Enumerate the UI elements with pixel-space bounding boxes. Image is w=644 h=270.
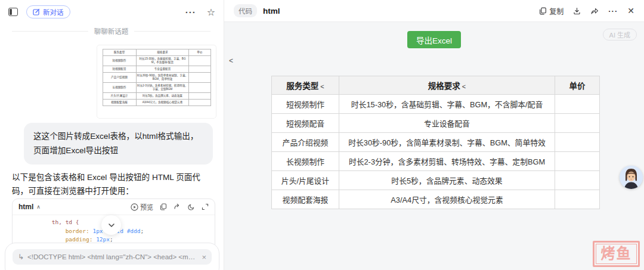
- seal-text: 烤鱼: [601, 246, 632, 261]
- table-header-row: 服务类型<规格要求<单价: [272, 76, 600, 95]
- preview-label: 预览: [140, 202, 153, 212]
- export-excel-button[interactable]: 导出Excel: [407, 31, 461, 48]
- table-cell: 产品介绍视频: [272, 133, 339, 152]
- code-block-header: html ∧ 预览: [13, 199, 215, 215]
- edit-icon: [33, 8, 40, 15]
- artifact-title: html: [263, 7, 280, 15]
- more-options-icon[interactable]: ···: [608, 7, 618, 15]
- copy-code-button[interactable]: [160, 203, 167, 210]
- share-button[interactable]: [590, 7, 599, 15]
- sort-indicator-icon[interactable]: <: [462, 83, 466, 90]
- column-header[interactable]: 规格要求<: [339, 76, 555, 95]
- table-row: 片头/片尾设计时长5秒，含品牌元素、动态效果: [272, 171, 600, 190]
- user-message-bubble: 这这个图片转成Excel表格，以html格式输出，页面增加Excel导出按钮: [24, 123, 213, 165]
- thumbnail-table-row: 短视频制作时长15-30秒，含基础剪辑、字幕、BGM，不含脚本/配音: [103, 56, 210, 66]
- chat-panel: 新对话 ··· ☆ 聊聊新话题 服务类型规格要求单价 短视频制作时长15-30秒…: [0, 0, 224, 270]
- table-cell: [555, 95, 600, 114]
- collapse-code-icon[interactable]: ∧: [36, 204, 41, 210]
- favorite-star-icon[interactable]: ☆: [207, 7, 215, 18]
- app-window: 新对话 ··· ☆ 聊聊新话题 服务类型规格要求单价 短视频制作时长15-30秒…: [0, 0, 644, 270]
- column-header[interactable]: 单价: [555, 76, 600, 95]
- more-menu-icon[interactable]: ···: [185, 7, 196, 17]
- table-cell: [555, 152, 600, 171]
- table-cell: 时长5秒，含品牌元素、动态效果: [339, 171, 555, 190]
- copy-button[interactable]: 复制: [539, 6, 564, 16]
- thumbnail-column-header: 单价: [189, 49, 210, 56]
- table-cell: 短视频制作: [272, 95, 339, 114]
- service-spec-table: 服务类型<规格要求<单价 短视频制作时长15-30秒，含基础剪辑、字幕、BGM，…: [271, 76, 600, 209]
- uploaded-image-thumbnail[interactable]: 服务类型规格要求单价 短视频制作时长15-30秒，含基础剪辑、字幕、BGM，不含…: [97, 45, 216, 118]
- table-cell: 长视频制作: [272, 152, 339, 171]
- table-row: 产品介绍视频时长30秒-90秒，含简单素材录制、字幕、BGM、简单特效: [272, 133, 600, 152]
- table-cell: [555, 190, 600, 209]
- code-type-badge: 代码: [234, 4, 257, 17]
- seal-watermark: 烤鱼: [593, 241, 640, 267]
- theme-moon-icon[interactable]: [188, 203, 195, 210]
- table-row: 短视频制作时长15-30秒，含基础剪辑、字幕、BGM，不含脚本/配音: [272, 95, 600, 114]
- copy-icon: [160, 203, 167, 210]
- chevron-down-icon: [107, 221, 116, 229]
- new-topic-label: 聊聊新话题: [94, 26, 129, 36]
- table-cell: 短视频配音: [272, 114, 339, 133]
- apply-code-button[interactable]: [174, 203, 181, 210]
- fullscreen-icon[interactable]: [202, 203, 209, 210]
- collapse-panel-arrow[interactable]: <: [229, 57, 233, 65]
- scroll-to-bottom-button[interactable]: [101, 215, 121, 235]
- table-cell: A3/A4尺寸，含视频核心视觉元素: [339, 190, 555, 209]
- assistant-message-text: 以下是包含该表格和 Excel 导出按钮的 HTML 页面代码，可直接在浏览器中…: [12, 170, 216, 198]
- new-chat-button[interactable]: 新对话: [26, 5, 70, 18]
- ai-generated-badge: AI 生成: [603, 29, 637, 41]
- remove-quote-icon[interactable]: ×: [202, 253, 206, 262]
- table-cell: 时长15-30秒，含基础剪辑、字幕、BGM，不含脚本/配音: [339, 95, 555, 114]
- thumbnail-table-row: 长视频制作时长2-3分钟，含多素材剪辑、转场特效、字幕、定制BGM: [103, 83, 210, 93]
- user-message-text: 这这个图片转成Excel表格，以html格式输出，页面增加Excel导出按钮: [33, 132, 198, 155]
- copy-label: 复制: [549, 6, 564, 16]
- thumbnail-column-header: 规格要求: [136, 49, 189, 56]
- table-row: 视频配套海报A3/A4尺寸，含视频核心视觉元素: [272, 190, 600, 209]
- copy-icon: [539, 7, 547, 15]
- artifact-header: 代码 html 复制 ··· ✕: [224, 0, 644, 22]
- new-chat-label: 新对话: [43, 7, 64, 17]
- quote-text: <!DOCTYPE html> <html lang="zh-CN"> <hea…: [27, 253, 198, 260]
- thumbnail-table-row: 短视频配音专业设备配音: [103, 66, 210, 73]
- download-icon: [573, 7, 581, 15]
- thumbnail-table-row: 视频配套海报A3/A4尺寸，含视频核心视觉元素: [103, 100, 210, 106]
- forward-arrow-icon: [174, 203, 181, 210]
- table-cell: 片头/片尾设计: [272, 171, 339, 190]
- sort-indicator-icon[interactable]: <: [320, 83, 324, 90]
- thumbnail-table-row: 片头/片尾设计时长5秒，含品牌元素、动态效果: [103, 93, 210, 100]
- table-cell: 专业设备配音: [339, 114, 555, 133]
- play-circle-icon: [131, 203, 138, 211]
- close-panel-icon[interactable]: ✕: [627, 6, 634, 15]
- preview-button[interactable]: 预览: [131, 202, 153, 212]
- table-cell: [555, 114, 600, 133]
- chat-topbar: 新对话 ··· ☆: [0, 0, 224, 24]
- code-language-label: html: [18, 203, 33, 211]
- download-button[interactable]: [573, 7, 581, 15]
- thumbnail-table: 服务类型规格要求单价 短视频制作时长15-30秒，含基础剪辑、字幕、BGM，不含…: [103, 49, 211, 106]
- table-cell: 时长2-3分钟，含多素材剪辑、转场特效、字幕、定制BGM: [339, 152, 555, 171]
- table-row: 短视频配音专业设备配音: [272, 114, 600, 133]
- share-icon: [590, 7, 599, 15]
- message-input-box[interactable]: ↳ <!DOCTYPE html> <html lang="zh-CN"> <h…: [5, 243, 219, 270]
- quoted-content-chip[interactable]: ↳ <!DOCTYPE html> <html lang="zh-CN"> <h…: [13, 249, 212, 265]
- artifact-panel: 代码 html 复制 ··· ✕ < 导出Excel AI 生成: [224, 0, 644, 270]
- new-topic-divider: 聊聊新话题: [12, 26, 210, 36]
- assistant-avatar[interactable]: [620, 166, 643, 189]
- column-header[interactable]: 服务类型<: [272, 76, 339, 95]
- table-cell: [555, 133, 600, 152]
- seal-inner-frame: 烤鱼: [596, 244, 637, 264]
- table-cell: 视频配套海报: [272, 190, 339, 209]
- thumbnail-column-header: 服务类型: [103, 49, 136, 56]
- thumbnail-table-row: 产品介绍视频时长30秒-90秒，含简单素材录制、字幕、BGM、简单特效: [103, 73, 210, 83]
- quote-icon: ↳: [18, 253, 24, 261]
- table-cell: [555, 171, 600, 190]
- table-row: 长视频制作时长2-3分钟，含多素材剪辑、转场特效、字幕、定制BGM: [272, 152, 600, 171]
- sidebar-toggle-icon[interactable]: [8, 8, 18, 16]
- table-cell: 时长30秒-90秒，含简单素材录制、字幕、BGM、简单特效: [339, 133, 555, 152]
